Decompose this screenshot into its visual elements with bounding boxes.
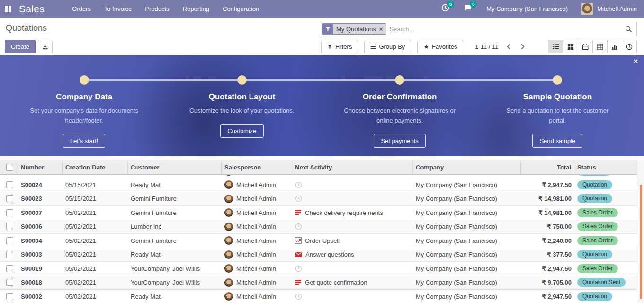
main-menu: OrdersTo InvoiceProductsReportingConfigu… [65,0,266,18]
column-header-customer[interactable]: Customer [128,160,222,174]
export-icon[interactable] [38,40,53,53]
salesperson-cell: Mitchell Admin [222,178,292,192]
column-header-creation-date[interactable]: Creation Date [63,160,128,174]
message-count-badge: 5 [470,0,477,8]
salesperson-cell: Mitchell Admin [222,192,292,206]
column-header-salesperson[interactable]: Salesperson [222,160,292,174]
clock-icon[interactable] [295,265,302,272]
step-action-button[interactable]: Let's start! [63,134,106,148]
calendar-view-icon[interactable] [578,40,592,53]
nav-menu-item[interactable]: Configuration [216,0,266,18]
table-row[interactable]: S00006 05/02/2021 Lumber Inc Mitchell Ad… [0,220,637,234]
step-action-button[interactable]: Send sample [532,134,582,148]
table-row[interactable]: S00024 05/15/2021 Ready Mat Mitchell Adm… [0,178,637,192]
step-action-button[interactable]: Customize [220,124,263,138]
star-icon: ★ [423,44,429,50]
activities-button[interactable]: 8 [441,4,449,14]
nav-menu-item[interactable]: Reporting [176,0,216,18]
partially-visible-row[interactable] [0,175,637,178]
scrollbar-thumb[interactable] [640,185,642,299]
activity-view-icon[interactable] [622,40,636,53]
total-amount: ₹ 377.50 [521,248,574,262]
next-activity-cell: Order Upsell [292,234,413,248]
creation-date: 05/02/2021 [63,290,128,303]
status-badge [577,175,611,176]
graph-view-icon[interactable] [607,40,622,53]
row-checkbox[interactable] [6,237,13,244]
clock-icon[interactable] [295,223,302,230]
chart-icon[interactable] [295,237,302,244]
nav-menu-item[interactable]: To Invoice [98,0,139,18]
row-checkbox[interactable] [6,265,13,272]
apps-grid-icon[interactable] [5,6,11,12]
search-input[interactable] [386,26,625,33]
pager-previous-icon[interactable] [506,43,512,51]
nav-menu-item[interactable]: Products [138,0,176,18]
quotations-table-area: Number Creation Date Customer Salesperso… [0,160,644,303]
salesperson-name: Mitchell Admin [236,209,276,216]
step-action-button[interactable]: Set payments [374,134,426,148]
view-switcher [548,40,637,53]
column-header-status[interactable]: Status [574,160,637,174]
row-checkbox[interactable] [6,209,13,216]
table-row[interactable]: S00002 05/02/2021 Ready Mat Mitchell Adm… [0,290,637,303]
list-view-icon[interactable] [548,40,563,53]
kanban-view-icon[interactable] [563,40,578,53]
salesperson-name: Mitchell Admin [236,251,276,258]
nav-menu-item[interactable]: Orders [65,0,98,18]
table-row[interactable]: S00007 05/02/2021 Gemini Furniture Mitch… [0,206,637,220]
messages-button[interactable]: 5 [464,4,472,14]
customer-name: Lumber Inc [128,220,222,234]
user-menu[interactable]: Mitchell Admin [597,5,637,12]
column-header-company[interactable]: Company [413,160,521,174]
row-checkbox[interactable] [6,195,13,202]
creation-date: 05/02/2021 [63,234,128,248]
list-icon[interactable] [295,279,302,286]
filters-button[interactable]: Filters [321,40,358,53]
quotations-table: Number Creation Date Customer Salesperso… [0,160,637,303]
status-badge: Sales Order [577,264,618,273]
search-icon[interactable] [625,26,632,33]
creation-date: 05/02/2021 [63,276,128,290]
select-all-checkbox[interactable] [6,164,13,171]
list-icon[interactable] [295,209,302,216]
total-amount: ₹ 2,240.00 [521,234,574,248]
facet-text: My Quotations [336,26,376,33]
clock-icon[interactable] [295,293,302,300]
table-row[interactable]: S00003 05/02/2021 Ready Mat Mitchell Adm… [0,248,637,262]
next-activity-cell [292,192,413,206]
clock-icon[interactable] [295,195,302,202]
app-title[interactable]: Sales [19,3,45,15]
next-activity-text: Order Upsell [305,237,340,244]
step-description: Customize the look of your quotations. [185,106,299,116]
table-row[interactable]: S00023 05/15/2021 Gemini Furniture Mitch… [0,192,637,206]
table-row[interactable]: S00019 05/02/2021 YourCompany, Joel Will… [0,262,637,276]
row-checkbox[interactable] [6,223,13,230]
step-title: Sample Quotation [479,92,636,102]
next-activity-text: Check delivery requirements [305,209,383,216]
column-header-total[interactable]: Total [521,160,574,174]
favorites-button[interactable]: ★ Favorites [417,40,463,53]
clock-icon[interactable] [295,181,302,188]
order-number: S00024 [18,178,63,192]
row-checkbox[interactable] [6,181,13,188]
spacer [0,156,644,160]
row-checkbox[interactable] [6,293,13,300]
company-switcher[interactable]: My Company (San Francisco) [486,5,568,12]
pivot-view-icon[interactable] [592,40,607,53]
customer-name: YourCompany, Joel Willis [128,276,222,290]
column-header-next-activity[interactable]: Next Activity [292,160,413,174]
remove-facet-icon[interactable]: × [379,26,383,33]
row-checkbox[interactable] [6,251,13,258]
order-number: S00004 [18,234,63,248]
group-by-button[interactable]: Group By [364,40,411,53]
table-row[interactable]: S00018 05/02/2021 YourCompany, Joel Will… [0,276,637,290]
envelope-icon[interactable] [295,251,302,258]
onboarding-step: Quotation Layout Customize the look of y… [163,55,321,156]
table-row[interactable]: S00004 05/02/2021 Gemini Furniture Mitch… [0,234,637,248]
pager-next-icon[interactable] [519,43,526,51]
column-header-number[interactable]: Number [18,160,63,174]
create-button[interactable]: Create [5,40,36,53]
user-avatar[interactable] [581,3,593,15]
row-checkbox[interactable] [6,279,13,286]
